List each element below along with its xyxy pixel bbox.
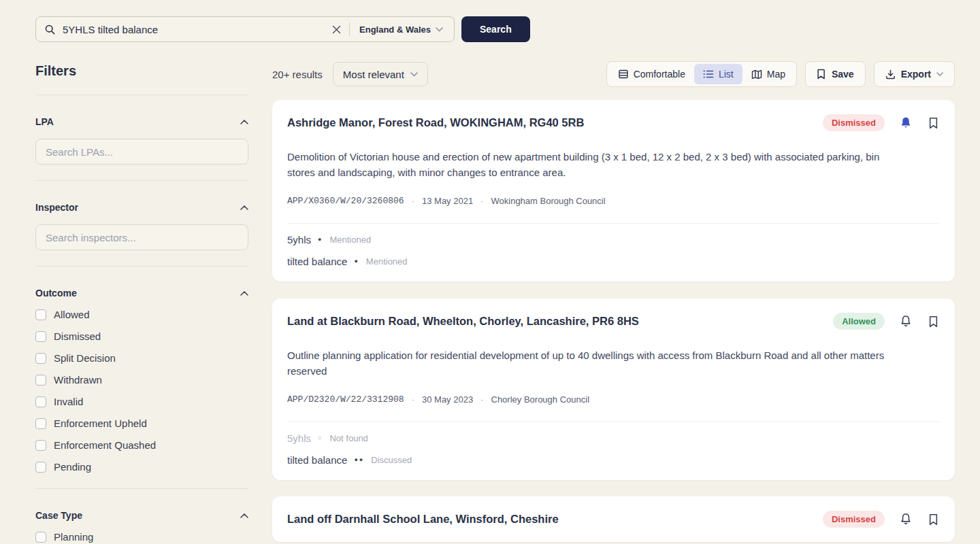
mention-status: Not found <box>329 433 368 443</box>
export-button[interactable]: Export <box>874 61 955 87</box>
checkbox-dismissed[interactable]: Dismissed <box>35 330 248 342</box>
checkbox-pending[interactable]: Pending <box>35 461 248 473</box>
chevron-up-icon <box>240 120 248 124</box>
region-label: England & Wales <box>359 24 431 35</box>
case-reference: APP/X0360/W/20/3260806 <box>287 196 404 206</box>
checkbox-box <box>35 462 46 473</box>
region-dropdown[interactable]: England & Wales <box>357 24 446 35</box>
chevron-down-icon <box>936 72 943 76</box>
result-meta: APP/X0360/W/20/3260806 · 13 May 2021 · W… <box>287 196 940 206</box>
keyword-term: 5yhls <box>287 432 311 444</box>
decision-date: 30 May 2023 <box>422 394 473 405</box>
bookmark-icon[interactable] <box>927 512 940 527</box>
checkbox-box <box>35 375 46 386</box>
result-card[interactable]: Ashridge Manor, Forest Road, WOKINGHAM, … <box>272 100 955 282</box>
inspector-search-input[interactable] <box>35 224 248 250</box>
keyword-row: 5yhls ○ Not found <box>287 432 940 444</box>
filter-section-label: Outcome <box>35 288 77 299</box>
bookmark-icon <box>817 69 826 80</box>
sort-label: Most relevant <box>343 69 404 80</box>
result-meta: APP/D2320/W/22/3312908 · 30 May 2023 · C… <box>287 394 940 405</box>
keyword-term: 5yhls <box>287 234 311 245</box>
case-type-options: Planning Householder Commercial <box>35 531 248 544</box>
sort-dropdown[interactable]: Most relevant <box>333 62 428 86</box>
checkbox-box <box>35 309 46 320</box>
result-card[interactable]: Land off Darnhall School Lane, Winsford,… <box>272 496 955 542</box>
view-list-button[interactable]: List <box>694 64 742 84</box>
filter-section-case-type[interactable]: Case Type <box>35 510 248 521</box>
filter-section-lpa[interactable]: LPA <box>35 116 248 127</box>
mention-dots: ●● <box>354 457 364 463</box>
checkbox-box <box>35 331 46 342</box>
mention-status: Discussed <box>371 455 412 465</box>
divider <box>35 488 248 489</box>
keyword-row: tilted balance ● Mentioned <box>287 256 940 267</box>
divider <box>35 95 248 95</box>
results-actions: Comfortable List <box>606 61 955 87</box>
checkbox-invalid[interactable]: Invalid <box>35 396 248 407</box>
results-panel: 20+ results Most relevant Comfortable <box>272 61 955 542</box>
outcome-badge: Dismissed <box>823 511 885 528</box>
keyword-term: tilted balance <box>287 256 347 267</box>
keyword-row: tilted balance ●● Discussed <box>287 454 940 466</box>
save-button[interactable]: Save <box>805 61 866 87</box>
outcome-badge: Allowed <box>833 313 885 330</box>
checkbox-enforcement-upheld[interactable]: Enforcement Upheld <box>35 418 248 429</box>
filter-section-label: Case Type <box>35 510 82 521</box>
result-title[interactable]: Land at Blackburn Road, Wheelton, Chorle… <box>287 315 639 328</box>
mention-status: Mentioned <box>366 256 408 267</box>
bookmark-icon[interactable] <box>927 116 940 131</box>
checkbox-allowed[interactable]: Allowed <box>35 309 248 320</box>
chevron-down-icon <box>436 27 443 32</box>
checkbox-box <box>35 418 46 429</box>
clear-search-icon[interactable] <box>331 24 342 35</box>
result-title[interactable]: Land off Darnhall School Lane, Winsford,… <box>287 513 559 526</box>
results-header: 20+ results Most relevant Comfortable <box>272 61 955 87</box>
divider <box>287 422 940 422</box>
view-toggle-group: Comfortable List <box>606 61 797 87</box>
result-description: Outline planning application for residen… <box>287 348 940 379</box>
keyword-row: 5yhls ● Mentioned <box>287 234 940 245</box>
mention-status: Mentioned <box>329 235 371 245</box>
checkbox-box <box>35 396 46 407</box>
filter-section-label: LPA <box>35 116 54 127</box>
filters-title: Filters <box>35 63 248 79</box>
chevron-up-icon <box>240 205 248 210</box>
filter-section-inspector[interactable]: Inspector <box>35 202 248 213</box>
divider <box>35 180 248 181</box>
bell-icon[interactable] <box>898 511 913 527</box>
case-reference: APP/D2320/W/22/3312908 <box>287 394 404 405</box>
checkbox-enforcement-quashed[interactable]: Enforcement Quashed <box>35 439 248 451</box>
search-button[interactable]: Search <box>461 16 530 42</box>
mention-dots: ○ <box>318 435 323 441</box>
list-icon <box>703 69 714 79</box>
result-title[interactable]: Ashridge Manor, Forest Road, WOKINGHAM, … <box>287 116 584 129</box>
lpa-search-input[interactable] <box>35 139 248 165</box>
bell-icon[interactable] <box>898 313 913 329</box>
decision-date: 13 May 2021 <box>422 196 473 206</box>
keyword-term: tilted balance <box>287 454 347 466</box>
bookmark-icon[interactable] <box>927 314 940 329</box>
results-count: 20+ results <box>272 69 323 80</box>
view-comfortable-button[interactable]: Comfortable <box>609 64 694 84</box>
checkbox-planning[interactable]: Planning <box>35 531 248 543</box>
result-description: Demolition of Victorian house and erecti… <box>287 150 940 180</box>
rows-icon <box>618 69 629 80</box>
result-card[interactable]: Land at Blackburn Road, Wheelton, Chorle… <box>272 299 955 480</box>
mention-dots: ● <box>354 258 359 265</box>
outcome-options: Allowed Dismissed Split Decision Withdra… <box>35 309 248 473</box>
bell-icon[interactable] <box>898 115 913 131</box>
download-icon <box>885 69 896 80</box>
search-input[interactable] <box>63 24 324 35</box>
search-box[interactable]: England & Wales <box>35 16 455 42</box>
filter-section-outcome[interactable]: Outcome <box>35 288 248 299</box>
outcome-badge: Dismissed <box>823 114 885 131</box>
checkbox-split-decision[interactable]: Split Decision <box>35 352 248 364</box>
council-name: Chorley Borough Council <box>491 394 590 405</box>
checkbox-withdrawn[interactable]: Withdrawn <box>35 374 248 386</box>
top-search-bar: England & Wales Search <box>0 0 980 42</box>
checkbox-box <box>35 353 46 364</box>
view-map-button[interactable]: Map <box>742 64 794 84</box>
map-icon <box>751 69 762 80</box>
filters-sidebar: Filters LPA Inspector Outcome Allowed Di… <box>35 63 248 544</box>
